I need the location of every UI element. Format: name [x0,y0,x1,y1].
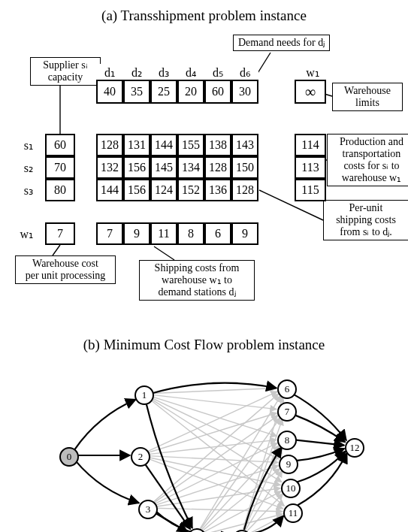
cost-cell: 131 [123,134,150,156]
graph-node-1: 1 [134,385,154,405]
col-header: d₆ [231,64,258,80]
d-header-row: d₁ d₂ d₃ d₄ d₅ d₆ [96,64,258,80]
row-header: s₃ [17,179,38,201]
cost-cell: 132 [96,156,123,179]
warehouse-limit-cell: ∞ [295,80,326,104]
cost-cell: 128 [231,179,258,201]
diagram-b: 0123456789101112 [8,358,400,532]
title-a: (a) Transshipment problem instance [8,8,400,24]
graph-node-6: 6 [277,379,297,399]
cost-cell: 152 [177,179,204,201]
graph-node-7: 7 [277,402,297,422]
label-w-to-d: Shipping costs from warehouse w₁ to dema… [139,260,255,301]
demand-cell: 35 [123,80,150,104]
demand-row: 40 35 25 20 60 30 [96,80,258,104]
title-b: (b) Minimum Cost Flow problem instance [8,337,400,353]
row-header: s₁ [17,134,38,156]
wtod-cell: 6 [204,222,231,245]
label-warehouse-limits: Warehouse limits [332,83,403,111]
cost-cell: 143 [231,134,258,156]
demand-cell: 30 [231,80,258,104]
cost-cell: 145 [150,156,177,179]
svg-line-5 [53,245,60,255]
cost-cell: 150 [231,156,258,179]
svg-line-13 [147,391,277,452]
label-per-unit: Per-unit shipping costs from sᵢ to dⱼ. [323,200,408,240]
diagram-a: Supplier sᵢ capacity Demand needs for dⱼ… [8,29,400,337]
cost-matrix: 128 131 144 155 138 143 132 156 145 134 … [96,134,258,201]
cost-cell: 134 [177,156,204,179]
cost-cell: 124 [150,179,177,201]
stow-cell: 114 [295,134,326,156]
supply-col: 60 70 80 [45,134,75,201]
demand-cell: 60 [204,80,231,104]
s-rows: s₁ s₂ s₃ [17,134,38,201]
svg-line-6 [154,246,174,260]
label-supplier-cap: Supplier sᵢ capacity [30,57,101,86]
w-col-header: w₁ [299,64,326,80]
wtod-cell: 7 [96,222,123,245]
label-demand-needs: Demand needs for dⱼ [233,35,330,51]
w-proc-cell: 7 [45,222,75,245]
col-header: d₂ [123,64,150,80]
col-header: d₄ [177,64,204,80]
cost-cell: 144 [96,179,123,201]
wtod-cell: 8 [177,222,204,245]
cost-cell: 128 [204,156,231,179]
graph-node-8: 8 [277,431,297,450]
cost-cell: 136 [204,179,231,201]
cost-cell: 155 [177,134,204,156]
graph-node-9: 9 [279,455,298,474]
graph-node-12: 12 [345,438,364,458]
svg-line-27 [201,446,280,530]
w-row-header: w₁ [17,222,38,245]
supply-cell: 80 [45,179,75,201]
supply-cell: 60 [45,134,75,156]
wtod-cell: 9 [123,222,150,245]
label-w-proc: Warehouse cost per unit processing [15,255,116,284]
cost-cell: 144 [150,134,177,156]
cost-cell: 156 [123,156,150,179]
graph-node-10: 10 [281,479,301,498]
col-header: d₅ [204,64,231,80]
label-prod-trans: Production and transportation costs for … [327,134,408,186]
stow-cell: 115 [295,179,326,201]
row-header: s₂ [17,156,38,179]
cost-cell: 156 [123,179,150,201]
col-header: d₁ [96,64,123,80]
graph-node-3: 3 [138,500,158,519]
cost-cell: 128 [96,134,123,156]
col-header: d₃ [150,64,177,80]
demand-cell: 20 [177,80,204,104]
stow-cell: 113 [295,156,326,179]
cost-cell: 138 [204,134,231,156]
w-to-d-row: 7 9 11 8 6 9 [96,222,258,245]
s-to-w-col: 114 113 115 [295,134,326,201]
wtod-cell: 11 [150,222,177,245]
demand-cell: 40 [96,80,123,104]
graph-node-11: 11 [283,503,303,523]
wtod-cell: 9 [231,222,258,245]
demand-cell: 25 [150,80,177,104]
supply-cell: 70 [45,156,75,179]
graph-node-0: 0 [59,447,79,467]
svg-line-11 [150,398,282,482]
graph-node-2: 2 [131,447,150,467]
svg-line-41 [295,440,344,445]
